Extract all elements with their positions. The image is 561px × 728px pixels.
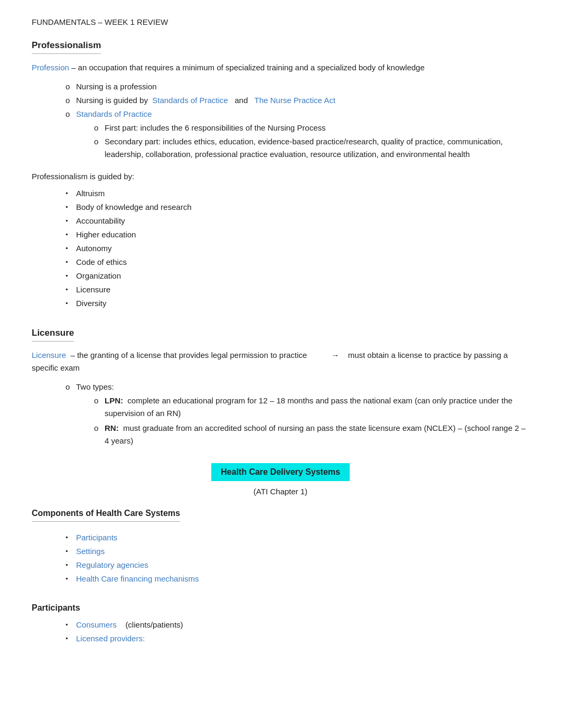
licensed-providers-item: Licensed providers:: [63, 632, 529, 645]
two-types-item: Two types: LPN: complete an educational …: [63, 381, 529, 447]
highlight-block: Health Care Delivery Systems: [32, 463, 529, 481]
guided-item-2: Body of knowledge and research: [63, 201, 529, 214]
components-list: Participants Settings Regulatory agencie…: [63, 531, 529, 585]
participants-heading: Participants: [32, 601, 529, 615]
component-financing: Health Care financing mechanisms: [63, 573, 529, 585]
professionalism-heading: Professionalism: [32, 38, 101, 54]
health-care-highlight: Health Care Delivery Systems: [211, 463, 350, 481]
participants-block: Participants Consumers (clients/patients…: [32, 601, 529, 646]
nursing-bullet-2: Nursing is guided by Standards of Practi…: [63, 94, 529, 107]
standards-link-2: Standards of Practice: [76, 109, 152, 118]
guided-item-4: Higher education: [63, 228, 529, 241]
rn-item: RN: must graduate from an accredited sch…: [92, 422, 529, 447]
guided-item-5: Autonomy: [63, 242, 529, 255]
ati-line: (ATI Chapter 1): [32, 485, 529, 498]
and-text: and: [235, 96, 248, 105]
professionalism-section: Professionalism Profession – an occupati…: [32, 38, 529, 310]
component-settings: Settings: [63, 545, 529, 558]
nursing-bullet-1: Nursing is a profession: [63, 80, 529, 93]
consumers-item: Consumers (clients/patients): [63, 619, 529, 631]
standards-sub-1: First part: includes the 6 responsibilit…: [92, 122, 529, 134]
licensure-heading: Licensure: [32, 326, 74, 342]
guided-item-8: Licensure: [63, 283, 529, 296]
nursing-bullet-3: Standards of Practice First part: includ…: [63, 108, 529, 161]
guided-item-7: Organization: [63, 270, 529, 282]
profession-definition: Profession – an occupation that requires…: [32, 61, 529, 74]
licensure-def-text: – the granting of a license that provide…: [68, 351, 307, 360]
page-title: FUNDAMENTALS – WEEK 1 REVIEW: [32, 16, 529, 29]
guided-by-list: Altruism Body of knowledge and research …: [63, 187, 529, 310]
profession-def-text: – an occupation that requires a minimum …: [71, 63, 425, 72]
component-regulatory: Regulatory agencies: [63, 559, 529, 572]
components-block: Components of Health Care Systems Partic…: [32, 506, 529, 585]
lpn-item: LPN: complete an educational program for…: [92, 394, 529, 420]
consumers-detail: (clients/patients): [125, 620, 183, 629]
standards-link-1: Standards of Practice: [152, 96, 228, 105]
health-care-section: Health Care Delivery Systems (ATI Chapte…: [32, 463, 529, 645]
guided-item-9: Diversity: [63, 297, 529, 310]
types-sub-list: LPN: complete an educational program for…: [92, 394, 529, 447]
guided-item-3: Accountability: [63, 215, 529, 227]
components-heading: Components of Health Care Systems: [32, 506, 180, 522]
nurse-practice-act-link: The Nurse Practice Act: [254, 96, 335, 105]
nursing-bullets: Nursing is a profession Nursing is guide…: [63, 80, 529, 161]
licensure-definition: Licensure – the granting of a license th…: [32, 349, 529, 374]
component-participants: Participants: [63, 531, 529, 544]
standards-sub-2: Secondary part: includes ethics, educati…: [92, 135, 529, 161]
profession-label: Profession: [32, 63, 69, 72]
guided-by-label: Professionalism is guided by:: [32, 170, 529, 183]
licensure-types-list: Two types: LPN: complete an educational …: [63, 381, 529, 447]
licensure-section: Licensure Licensure – the granting of a …: [32, 326, 529, 447]
arrow-icon: →: [331, 351, 339, 360]
standards-sub-bullets: First part: includes the 6 responsibilit…: [92, 122, 529, 161]
participants-list: Consumers (clients/patients) Licensed pr…: [63, 619, 529, 645]
guided-item-6: Code of ethics: [63, 256, 529, 269]
licensure-label: Licensure: [32, 351, 66, 360]
guided-item-1: Altruism: [63, 187, 529, 200]
